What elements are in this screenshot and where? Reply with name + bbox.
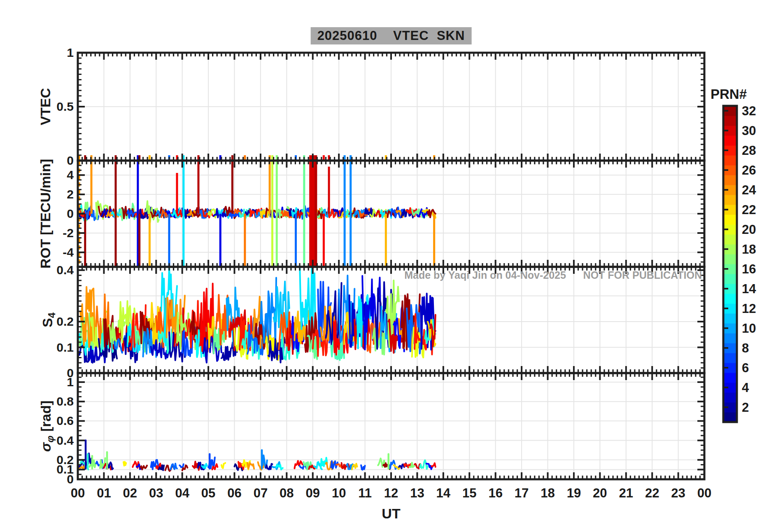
colorbar-tick-label: 18	[742, 242, 756, 257]
colorbar-tick-label: 10	[742, 321, 756, 336]
data-trace-prn7	[179, 464, 184, 467]
colorbar-tick-label: 22	[742, 203, 756, 217]
colorbar-segment-prn1	[723, 412, 737, 422]
y-tick-label: 1	[67, 46, 74, 59]
colorbar-segment-prn29	[723, 135, 737, 146]
x-tick-label: 01	[97, 486, 111, 500]
colorbar-segment-prn3	[723, 392, 737, 403]
colorbar-tick-label: 32	[742, 104, 756, 118]
figure: 10.50420-2-40.40.20.1010.80.60.40.20.100…	[0, 0, 783, 532]
data-trace-prn21	[221, 463, 226, 468]
x-tick-label: 12	[384, 486, 398, 500]
colorbar-segment-prn15	[723, 274, 737, 284]
colorbar-segment-prn9	[723, 333, 737, 343]
x-tick-label: 22	[645, 486, 659, 500]
colorbar-segment-prn13	[723, 294, 737, 304]
vtec-mark-prn32	[84, 155, 86, 160]
x-axis-label: UT	[382, 506, 400, 522]
colorbar-tick-label: 30	[742, 124, 756, 138]
y-tick-label: 2	[67, 187, 74, 201]
colorbar-tick-label: 2	[742, 400, 749, 415]
colorbar-tick-label: 6	[742, 361, 749, 375]
y-tick-label: 0.4	[56, 263, 74, 277]
vtec-mark-prn32	[231, 155, 233, 160]
x-tick-label: 03	[149, 486, 163, 500]
data-trace-prn21	[124, 462, 126, 466]
y-tick-label: 1	[67, 375, 74, 389]
colorbar-segment-prn5	[723, 373, 737, 383]
sigma-label-main: σ	[38, 443, 54, 452]
colorbar-tick-label: 20	[742, 222, 756, 237]
colorbar-tick-label: 26	[742, 163, 756, 177]
colorbar: 2468101214161820222426283032	[723, 104, 756, 422]
colorbar-segment-prn31	[723, 116, 737, 126]
x-tick-label: 13	[410, 486, 424, 500]
x-tick-label: 00	[697, 486, 711, 500]
x-tick-label: 05	[201, 486, 215, 500]
colorbar-tick-label: 16	[742, 262, 756, 276]
x-tick-label: 21	[619, 486, 633, 500]
y-tick-label: 0.6	[56, 414, 74, 427]
colorbar-segment-prn25	[723, 175, 737, 185]
y-tick-label: -4	[63, 245, 74, 259]
sigma-label-sub: φ	[44, 436, 56, 443]
x-tick-label: 17	[515, 486, 529, 500]
y-tick-label: 0.8	[56, 394, 74, 408]
x-tick-label: 07	[254, 486, 268, 500]
colorbar-tick-label: 4	[742, 380, 749, 395]
x-tick-label: 00	[71, 486, 85, 500]
colorbar-tick-label: 12	[742, 301, 756, 316]
vtec-mark-prn23	[149, 155, 151, 160]
s4-label-main: S	[40, 318, 55, 327]
x-tick-label: 23	[671, 486, 685, 500]
colorbar-segment-prn19	[723, 234, 737, 245]
data-trace-prn2	[86, 453, 92, 465]
x-tick-label: 09	[306, 486, 320, 500]
data-trace-prn32	[140, 466, 147, 470]
colorbar-tick-label: 28	[742, 143, 756, 158]
data-trace-prn8	[170, 464, 177, 470]
colorbar-title: PRN#	[711, 86, 747, 102]
colorbar-tick-label: 24	[742, 183, 756, 197]
watermark-text: Made by Yaqi Jin on 04-Nov-2025 NOT FOR …	[404, 269, 702, 281]
s4-label-sub: 4	[46, 313, 57, 318]
colorbar-segment-prn11	[723, 313, 737, 324]
colorbar-segment-prn23	[723, 195, 737, 205]
x-tick-label: 19	[567, 486, 581, 500]
x-tick-label: 10	[332, 486, 346, 500]
y-tick-label: 0	[67, 154, 74, 167]
x-tick-label: 18	[541, 486, 555, 500]
x-tick-label: 02	[123, 486, 137, 500]
data-trace-prn2	[266, 464, 273, 469]
y-axis-label-sigma: σφ [rad]	[38, 401, 56, 452]
colorbar-tick-label: 14	[742, 282, 756, 296]
sigma-series	[78, 441, 436, 471]
y-axis-label-rot: ROT [TECU/min]	[37, 159, 54, 268]
x-tick-label: 20	[593, 486, 607, 500]
plot-canvas: 10.50420-2-40.40.20.1010.80.60.40.20.100…	[0, 0, 783, 532]
y-axis-label-vtec: VTEC	[37, 88, 54, 126]
data-trace-prn7	[361, 465, 365, 470]
plot-title: 20250610 VTEC SKN	[311, 27, 472, 44]
colorbar-segment-prn7	[723, 353, 737, 363]
x-tick-label: 16	[488, 486, 502, 500]
x-tick-label: 11	[358, 486, 372, 500]
y-tick-label: 4	[67, 168, 74, 182]
x-tick-label: 08	[280, 486, 294, 500]
data-trace-prn22	[352, 464, 357, 469]
data-trace-prn29	[431, 463, 436, 467]
x-tick-label: 06	[227, 486, 241, 500]
vtec-mark-prn25	[244, 155, 246, 160]
s4-series	[78, 262, 436, 363]
colorbar-tick-label: 8	[742, 341, 749, 355]
y-tick-label: -2	[63, 226, 74, 240]
colorbar-segment-prn27	[723, 155, 737, 166]
y-tick-label: 0.1	[56, 341, 74, 354]
y-tick-label: 0.5	[56, 100, 74, 113]
y-tick-label: 0	[67, 207, 74, 220]
vtec-mark-prn29	[323, 155, 325, 160]
x-tick-label: 15	[462, 486, 476, 500]
rot-series	[78, 161, 436, 266]
data-trace-prn14	[420, 460, 428, 469]
y-tick-label: 0.2	[56, 315, 74, 328]
